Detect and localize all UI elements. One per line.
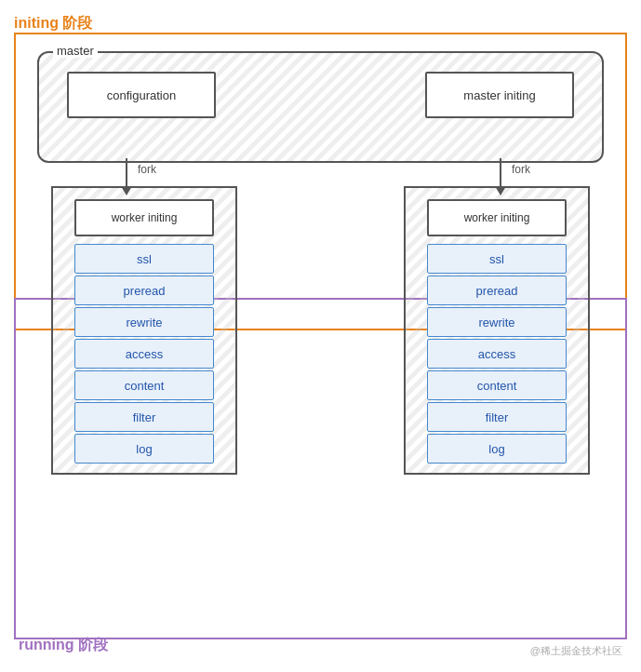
phase-item-access: access [74, 339, 214, 369]
fork-right-label: fork [512, 163, 530, 176]
phase-item-rewrite: rewrite [427, 307, 567, 337]
page-container: initing 阶段 master configuration master i… [0, 0, 641, 672]
phase-item-preread: preread [427, 276, 567, 305]
fork-right-area: fork [495, 158, 506, 195]
phase-item-content: content [427, 370, 567, 400]
worker-left-initing-box: worker initing [74, 199, 214, 236]
fork-right-arrow [495, 158, 506, 195]
worker-right-container: worker initing sslprereadrewriteaccessco… [404, 186, 590, 475]
arrow-line-left [126, 158, 127, 186]
fork-left-label: fork [138, 163, 156, 176]
phase-item-ssl: ssl [427, 244, 567, 274]
master-container: master configuration master initing [37, 51, 604, 163]
phase-item-filter: filter [74, 402, 214, 432]
phase-item-preread: preread [74, 276, 214, 305]
worker-right-initing-box: worker initing [427, 199, 567, 236]
phase-item-filter: filter [427, 402, 567, 432]
initing-label: initing 阶段 [14, 14, 627, 34]
worker-right-initing-label: worker initing [464, 211, 530, 224]
worker-left-phase-list: sslprereadrewriteaccesscontentfilterlog [53, 244, 235, 464]
phase-item-rewrite: rewrite [74, 307, 214, 337]
running-label: running 阶段 [19, 636, 108, 655]
worker-left-initing-label: worker initing [112, 211, 178, 224]
arrow-head-left [121, 186, 132, 195]
worker-right-phase-list: sslprereadrewriteaccesscontentfilterlog [406, 244, 588, 464]
master-initing-box: master initing [425, 72, 574, 118]
phase-item-ssl: ssl [74, 244, 214, 274]
phase-item-log: log [427, 434, 567, 464]
phase-item-log: log [74, 434, 214, 464]
arrow-line-right [500, 158, 501, 186]
arrow-head-right [495, 186, 506, 195]
fork-left-area: fork [121, 158, 132, 195]
configuration-box: configuration [67, 72, 216, 118]
watermark: @稀土掘金技术社区 [530, 644, 622, 658]
master-label: master [53, 44, 98, 58]
phase-item-content: content [74, 370, 214, 400]
worker-left-container: worker initing sslprereadrewriteaccessco… [51, 186, 237, 475]
phase-item-access: access [427, 339, 567, 369]
fork-left-arrow [121, 158, 132, 195]
